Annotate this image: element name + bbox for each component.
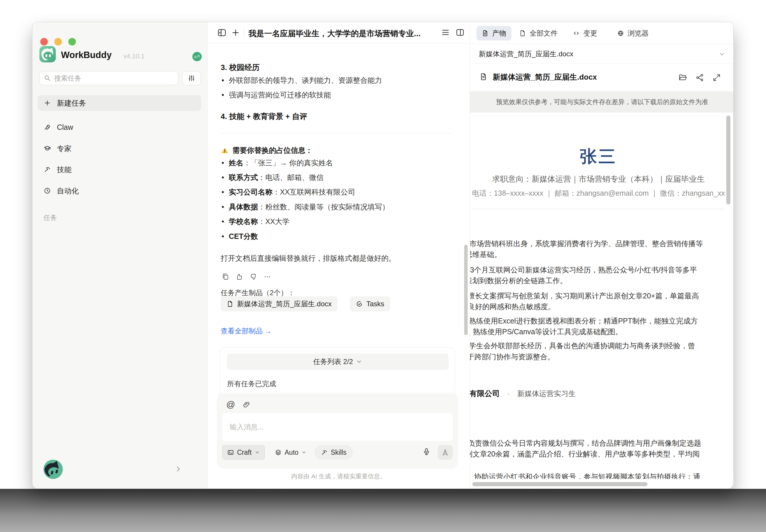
send-button[interactable] [438,445,453,460]
artifact-selector[interactable]: 新媒体运营_简历_应届生.docx [470,44,734,64]
message-bullet: 外联部部长的领导力、谈判能力、资源整合能力 [222,76,382,85]
sidebar-item-skills[interactable]: 技能 [38,162,201,177]
graduation-cap-icon [43,145,51,152]
new-task-button[interactable]: 新建任务 [38,95,201,111]
window-close-button[interactable] [40,38,48,45]
sidebar-item-automation[interactable]: 自动化 [38,183,201,198]
sidebar-expand-button[interactable] [174,465,182,473]
closing-note: 打开文档后直接编辑替换就行，排版格式都是做好的。 [221,253,396,263]
search-icon [44,75,51,82]
skills-button[interactable]: Skills [314,445,353,460]
tasks-chip[interactable]: Tasks [350,296,390,311]
sidebar-item-label: 专家 [57,144,71,153]
tab-label: 产物 [492,29,506,38]
code-icon [573,30,580,37]
tab-browser[interactable]: 浏览器 [612,26,654,41]
file-icon [227,300,234,307]
user-avatar[interactable] [43,460,63,479]
thumbs-down-icon[interactable] [250,273,257,281]
connection-status-badge[interactable] [193,52,202,61]
horizontal-scrollbar[interactable] [472,482,648,486]
expand-icon[interactable] [712,73,721,82]
chat-title: 我是一名应届毕业生，大学学的是市场营销专业... [249,28,429,39]
voice-input-button[interactable] [422,447,431,456]
split-panel-icon [456,28,464,37]
sidebar-item-claw[interactable]: Claw [38,120,201,134]
chat-panel: 我是一名应届毕业生，大学学的是市场营销专业... 用数据佐证运营岗位的核心优势 … [208,22,470,489]
artifact-tabs: 产物 全部文件 变更 浏览器 [470,22,734,44]
placeholder-item: CET分数 [222,232,258,241]
file-icon [519,30,526,37]
sidebar-item-experts[interactable]: 专家 [38,141,201,156]
sidebar-item-label: 技能 [57,165,71,174]
new-chat-button[interactable] [231,28,240,37]
auto-label: Auto [285,449,298,456]
resume-line: 负责微信公众号日常内容规划与撰写，结合品牌调性与用户画像制定选题 [470,438,701,448]
check-circle-icon [356,300,363,307]
resume-line: 学生会外联部部长经历，具备出色的沟通协调能力与商务谈判经验，曾 [470,341,695,351]
sidebar: WorkBuddy v4.10.1 新建任务 Claw [32,22,208,489]
craft-label: Craft [237,449,252,456]
tasks-chip-label: Tasks [366,300,384,308]
collapse-panel-button[interactable] [217,28,227,37]
resume-line: 思维基础。 [470,250,501,259]
artifact-file-chip[interactable]: 新媒体运营_简历_应届生.docx [221,296,338,311]
resume-line: 熟练使用PS/Canva等设计工具完成基础配图。 [473,327,623,337]
pickaxe-icon [43,166,51,173]
placeholder-item: 学校名称：XX大学 [222,217,290,226]
mention-icon[interactable]: @ [226,400,235,409]
resume-line: 3个月互联网公司新媒体运营实习经历，熟悉公众号/小红书/抖音等多平 [470,265,697,275]
tab-changes[interactable]: 变更 [567,26,603,41]
resume-divider [472,209,723,209]
message-divider [221,133,451,133]
preview-disclaimer: 预览效果仅供参考，可能与实际文件存在差异，请以下载后的原始文件为准 [470,91,734,113]
split-view-button[interactable] [456,28,464,37]
document-preview: 张三 求职意向：新媒体运营｜市场营销专业（本科）｜应届毕业生 电话：138–xx… [470,113,734,489]
filter-button[interactable] [182,71,201,85]
warning-icon [221,146,229,155]
resume-line: 策划到数据分析的全链路工作。 [470,276,567,286]
message-input[interactable] [222,413,453,441]
more-actions-icon[interactable] [264,273,271,281]
tasks-section-label: 任务 [43,213,57,222]
task-list-status: 所有任务已完成 [227,379,276,389]
chat-menu-button[interactable] [441,28,450,37]
app-window: WorkBuddy v4.10.1 新建任务 Claw [32,22,734,489]
company-name: 有限公司 [470,389,500,398]
message-input-box [222,413,453,441]
plus-icon [43,99,51,107]
thumbs-up-icon[interactable] [236,273,243,281]
resume-name: 张三 [470,145,727,168]
chevron-right-icon [174,465,182,473]
craft-icon [227,449,234,456]
tab-all-files[interactable]: 全部文件 [514,26,563,41]
chat-scrollbar[interactable] [464,245,468,335]
window-minimize-button[interactable] [54,38,62,45]
clipped-resume-line: 协助运营小红书和企业抖音账号，参与短视频脚本策划与拍摄执行；通 [474,472,728,479]
share-icon[interactable] [695,73,704,82]
view-all-artifacts-link[interactable]: 查看全部制品 → [221,326,272,336]
search-input[interactable] [54,74,165,82]
vertical-scrollbar[interactable] [726,115,730,204]
auto-mode-button[interactable]: Auto [273,445,308,460]
resume-line: 于跨部门协作与资源整合。 [470,352,554,362]
resume-line: 良好的网感和热点敏感度。 [470,302,555,311]
ai-disclaimer: 内容由 AI 生成，请核实重要信息。 [208,472,470,480]
placeholder-item: 实习公司名称：XX互联网科技有限公司 [222,187,355,197]
tab-artifacts[interactable]: 产物 [476,26,511,41]
window-zoom-button[interactable] [68,38,76,45]
copy-icon[interactable] [222,273,229,281]
chat-header: 我是一名应届毕业生，大学学的是市场营销专业... [208,22,470,43]
resume-line: 创文章20余篇，涵盖产品介绍、行业解读、用户故事等多种类型，平均阅 [470,449,700,459]
placeholder-item: 具体数据：粉丝数、阅读量等（按实际情况填写） [222,202,389,212]
craft-mode-button[interactable]: Craft [222,445,265,460]
resume-line: 熟练使用Excel进行数据透视和图表分析；精通PPT制作，能独立完成方 [470,316,698,326]
open-folder-icon[interactable] [679,73,687,82]
microphone-icon [422,447,431,456]
task-list-toggle[interactable]: 任务列表 2/2 [227,353,449,370]
separator-dot: · [507,390,510,398]
layers-icon [275,449,282,456]
attachment-icon[interactable] [243,401,251,409]
sidebar-item-label: 自动化 [57,186,79,196]
document-icon [482,30,489,37]
